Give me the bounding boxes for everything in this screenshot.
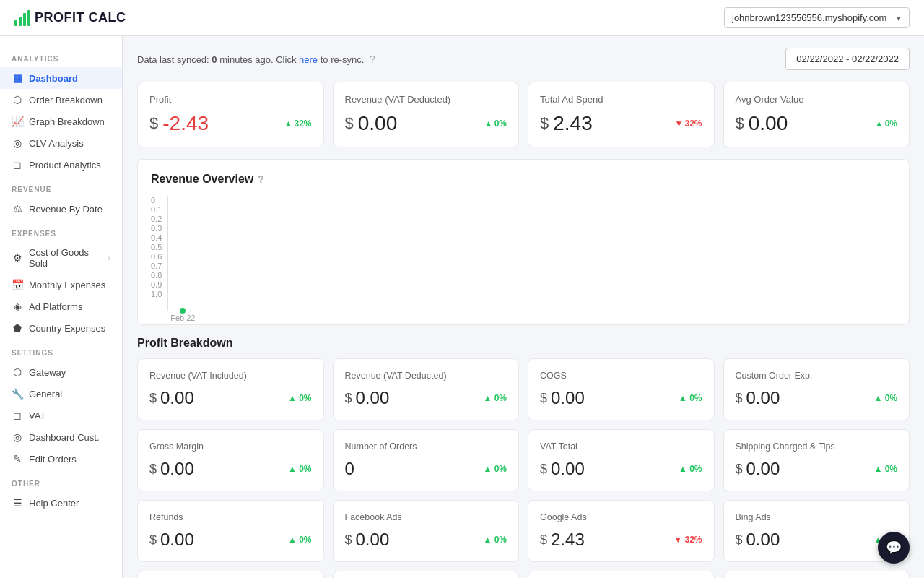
monthly-expenses-icon: 📅	[12, 279, 23, 290]
sync-bar: Data last synced: 0 minutes ago. Click h…	[137, 53, 375, 65]
breakdown-value-vat-total: $0.00 ▲ 0%	[540, 459, 702, 479]
currency-avg-order: $	[736, 114, 744, 133]
sidebar-item-help-center[interactable]: ☰ Help Center	[0, 492, 122, 514]
sync-link[interactable]: here	[299, 54, 318, 65]
main-content: Data last synced: 0 minutes ago. Click h…	[123, 36, 924, 578]
breakdown-currency-10: $	[540, 532, 547, 548]
breakdown-value-rev-vat-incl: $0.00 ▲ 0%	[149, 388, 312, 408]
cogs-icon: ⚙	[12, 252, 23, 264]
logo-text: PROFIT CALC	[35, 10, 126, 25]
breakdown-badge-1: ▲ 0%	[483, 393, 507, 403]
breakdown-card-tiktok-ads: TikTok Ads $0.00 ▲ 0%	[333, 571, 520, 578]
sidebar-item-country-expenses[interactable]: ⬟ Country Expenses	[0, 317, 122, 339]
sidebar-item-dashboard-cust[interactable]: ◎ Dashboard Cust.	[0, 426, 122, 448]
revenue-overview-card: Revenue Overview ? 1.0 0.9 0.8 0.7 0.6 0…	[137, 159, 910, 325]
y-label-07: 0.7	[151, 262, 162, 270]
badge-value-revenue-vat: 0%	[494, 118, 507, 129]
breakdown-card-cogs: COGS $0.00 ▲ 0%	[528, 358, 715, 420]
breakdown-currency-2: $	[540, 391, 547, 406]
metric-card-ad-spend: Total Ad Spend $ 2.43 ▼ 32%	[528, 82, 715, 147]
breakdown-card-shipping-tips: Shipping Charged & Tips $0.00 ▲ 0%	[723, 429, 910, 491]
breakdown-currency-0: $	[149, 391, 157, 406]
revenue-chart: 1.0 0.9 0.8 0.7 0.6 0.5 0.4 0.3 0.2 0.1 …	[151, 196, 896, 311]
breakdown-value-custom-exp: $0.00 ▲ 0%	[736, 388, 898, 408]
breakdown-title-gross-margin: Gross Margin	[149, 441, 312, 452]
sidebar-item-graph-breakdown[interactable]: 📈 Graph Breakdown	[0, 111, 122, 132]
breakdown-value-bing-ads: $0.00 ▲ 0%	[736, 530, 898, 550]
badge-profit: ▲ 32%	[284, 118, 312, 129]
bar4	[27, 10, 30, 26]
sidebar-item-gateway[interactable]: ⬡ Gateway	[0, 361, 122, 383]
sync-minutes: 0	[212, 54, 217, 65]
sidebar-label-monthly-expenses: Monthly Expenses	[29, 280, 105, 290]
store-selector[interactable]: johnbrown123556556.myshopify.com	[724, 7, 910, 28]
breakdown-badge-7: ▲ 0%	[873, 464, 897, 474]
sidebar-label-general: General	[29, 389, 62, 400]
metric-value-row-ad-spend: $ 2.43 ▼ 32%	[540, 112, 702, 135]
breakdown-val-5: 0	[345, 459, 354, 479]
breakdown-val-3: 0.00	[746, 388, 780, 408]
sidebar-item-cogs[interactable]: ⚙ Cost of Goods Sold ›	[0, 242, 122, 274]
breakdown-currency-11: $	[736, 532, 743, 548]
metric-value-avg-order: $ 0.00	[736, 112, 788, 135]
breakdown-card-snapchat-ads: Snapchat Ads $0.00 ▲ 0%	[137, 571, 324, 578]
y-label-05: 0.5	[151, 243, 162, 251]
breakdown-card-google-ads: Google Ads $2.43 ▼ 32%	[528, 500, 715, 562]
breakdown-card-rev-vat-incl: Revenue (VAT Included) $0.00 ▲ 0%	[137, 358, 324, 420]
top-header: PROFIT CALC johnbrown123556556.myshopify…	[0, 0, 924, 36]
breakdown-badge-3: ▲ 0%	[873, 393, 897, 403]
revenue-overview-help-icon[interactable]: ?	[258, 173, 264, 185]
store-selector-wrap[interactable]: johnbrown123556556.myshopify.com	[724, 7, 910, 28]
sidebar-item-clv[interactable]: ◎ CLV Analysis	[0, 132, 122, 154]
sidebar-item-order-breakdown[interactable]: ⬡ Order Breakdown	[0, 89, 122, 111]
badge-value-ad-spend: 32%	[684, 118, 702, 129]
sidebar-item-general[interactable]: 🔧 General	[0, 383, 122, 405]
breakdown-val-10: 2.43	[551, 530, 585, 550]
date-range-button[interactable]: 02/22/2022 - 02/22/2022	[785, 48, 910, 70]
chart-data-point	[180, 308, 186, 314]
breakdown-val-0: 0.00	[160, 388, 194, 408]
sidebar-item-ad-platforms[interactable]: ◈ Ad Platforms	[0, 296, 122, 317]
sync-help-icon[interactable]: ?	[370, 53, 375, 65]
y-label-01: 0.1	[151, 205, 162, 214]
revenue-by-date-icon: ⚖	[12, 203, 23, 215]
breakdown-title-num-orders: Number of Orders	[345, 441, 507, 452]
breakdown-val-2: 0.00	[551, 388, 585, 408]
breakdown-badge-2: ▲ 0%	[679, 393, 702, 403]
sidebar-item-edit-orders[interactable]: ✎ Edit Orders	[0, 448, 122, 470]
breakdown-title-google-ads: Google Ads	[540, 512, 702, 522]
breakdown-card-rev-vat-ded: Revenue (VAT Deducted) $0.00 ▲ 0%	[333, 358, 520, 420]
y-label-02: 0.2	[151, 215, 162, 223]
breakdown-currency-4: $	[149, 462, 157, 477]
sidebar-item-dashboard[interactable]: ▦ Dashboard	[0, 67, 122, 89]
metric-title-avg-order: Avg Order Value	[736, 94, 898, 105]
country-expenses-icon: ⬟	[12, 322, 23, 334]
breakdown-grid: Revenue (VAT Included) $0.00 ▲ 0% Revenu…	[137, 358, 910, 578]
y-label-08: 0.8	[151, 271, 162, 280]
other-section-label: OTHER	[0, 470, 122, 492]
breakdown-title-vat-total: VAT Total	[540, 441, 702, 452]
sidebar-item-product-analytics[interactable]: ◻ Product Analytics	[0, 154, 122, 176]
logo: PROFIT CALC	[14, 10, 126, 26]
order-breakdown-icon: ⬡	[12, 94, 23, 105]
sidebar-item-revenue-by-date[interactable]: ⚖ Revenue By Date	[0, 198, 122, 220]
sidebar-item-vat[interactable]: ◻ VAT	[0, 405, 122, 426]
topbar: Data last synced: 0 minutes ago. Click h…	[137, 48, 910, 70]
ad-platforms-icon: ◈	[12, 301, 23, 312]
breakdown-val-9: 0.00	[356, 530, 390, 550]
sidebar-label-country-expenses: Country Expenses	[29, 323, 105, 334]
product-analytics-icon: ◻	[12, 159, 23, 171]
profit-breakdown-label: Profit Breakdown	[137, 337, 232, 350]
sync-text-after: minutes ago. Click	[219, 54, 299, 65]
profit-breakdown-title: Profit Breakdown	[137, 337, 910, 350]
metric-card-revenue-vat: Revenue (VAT Deducted) $ 0.00 ▲ 0%	[333, 82, 520, 147]
chat-button[interactable]: 💬	[878, 532, 910, 564]
breakdown-value-num-orders: 0 ▲ 0%	[345, 459, 507, 479]
sync-text-before: Data last synced:	[137, 54, 212, 65]
edit-orders-icon: ✎	[12, 453, 23, 465]
y-label-00: 0	[151, 196, 162, 204]
breakdown-val-1: 0.00	[356, 388, 390, 408]
metric-card-profit: Profit $ -2.43 ▲ 32%	[137, 82, 324, 147]
badge-value-profit: 32%	[294, 118, 311, 129]
sidebar-item-monthly-expenses[interactable]: 📅 Monthly Expenses	[0, 274, 122, 296]
